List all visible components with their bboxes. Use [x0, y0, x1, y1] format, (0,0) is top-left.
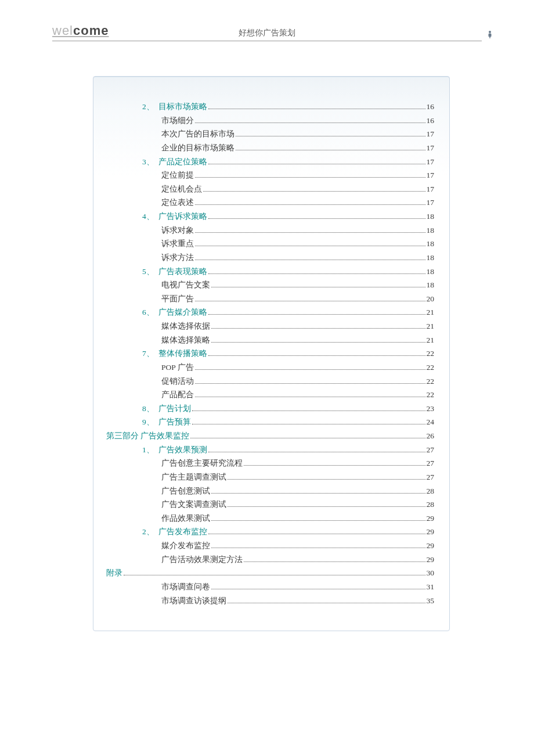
toc-number: 4、 [142, 210, 158, 224]
toc-entry: 企业的目标市场策略17 [106, 141, 436, 155]
toc-leader-dots [195, 232, 425, 233]
toc-entry: 产品配合22 [106, 388, 436, 402]
toc-leader-dots [211, 520, 425, 521]
toc-leader-dots [203, 191, 425, 192]
toc-label: 产品配合 [161, 388, 194, 402]
toc-label: 电视广告文案 [161, 278, 210, 292]
toc-entry[interactable]: 2、广告发布监控29 [106, 525, 436, 539]
toc-label: 广告预算 [158, 415, 191, 429]
toc-page-number: 31 [427, 580, 437, 594]
toc-leader-dots [195, 260, 425, 260]
toc-label: 广告文案调查测试 [161, 498, 226, 512]
toc-entry: 广告主题调查测试27 [106, 470, 436, 484]
toc-label: 市场调查访谈提纲 [161, 594, 226, 608]
toc-page-number: 20 [427, 292, 437, 306]
toc-entry[interactable]: 3、产品定位策略17 [106, 155, 436, 169]
toc-number: 9、 [142, 415, 158, 429]
toc-number: 1、 [142, 443, 158, 457]
toc-entry[interactable]: 4、广告诉求策略18 [106, 210, 436, 224]
toc-entry: 促销活动22 [106, 375, 436, 388]
svg-rect-2 [489, 37, 490, 38]
toc-page-number: 21 [427, 305, 437, 319]
toc-label: 媒介发布监控 [161, 539, 210, 553]
toc-page-number: 17 [427, 182, 437, 196]
toc-entry: 广告创意主要研究流程27 [106, 456, 436, 470]
toc-page-number: 17 [427, 127, 437, 141]
toc-label: 广告主题调查测试 [161, 470, 226, 484]
toc-page-number: 18 [427, 278, 437, 292]
toc-page-number: 18 [427, 265, 437, 279]
toc-label: 市场细分 [161, 114, 194, 128]
toc-page-number: 18 [427, 210, 437, 224]
logo-prefix: wel [52, 23, 73, 38]
toc-entry: 诉求方法18 [106, 251, 436, 265]
toc-label: 平面广告 [161, 292, 194, 306]
toc-entry[interactable]: 5、广告表现策略18 [106, 265, 436, 279]
toc-page-number: 35 [427, 594, 437, 608]
toc-number: 8、 [142, 402, 158, 416]
toc-page-number: 29 [427, 553, 437, 567]
toc-entry[interactable]: 6、广告媒介策略21 [106, 305, 436, 319]
toc-leader-dots [195, 301, 425, 301]
toc-leader-dots [208, 164, 425, 164]
toc-page-number: 17 [427, 168, 437, 182]
toc-number: 3、 [142, 155, 158, 169]
toc-page-number: 16 [427, 100, 437, 114]
logo: welcome [52, 23, 109, 38]
toc-page-number: 17 [427, 196, 437, 210]
toc-leader-dots [211, 493, 425, 494]
toc-leader-dots [228, 603, 425, 603]
toc-label: 市场调查问卷 [161, 580, 210, 594]
toc-entry[interactable]: 2、目标市场策略16 [106, 100, 436, 114]
toc-page-number: 30 [427, 566, 437, 580]
toc-entry: 本次广告的目标市场17 [106, 127, 436, 141]
toc-label: 广告效果预测 [158, 443, 207, 457]
toc-page-number: 24 [427, 415, 437, 429]
toc-leader-dots [208, 355, 425, 356]
toc-page-number: 18 [427, 251, 437, 265]
toc-number: 5、 [142, 265, 158, 279]
toc-page-number: 16 [427, 114, 437, 128]
toc-label: 整体传播策略 [158, 347, 207, 361]
toc-leader-dots [236, 136, 425, 136]
toc-leader-dots [195, 204, 425, 205]
toc-entry: 媒体选择依据21 [106, 319, 436, 333]
toc-entry: POP 广告22 [106, 361, 436, 375]
toc-label: POP 广告 [161, 361, 194, 375]
toc-entry[interactable]: 1、广告效果预测27 [106, 443, 436, 457]
toc-leader-dots [208, 273, 425, 274]
toc-page-number: 22 [427, 347, 437, 361]
toc-label: 定位前提 [161, 168, 194, 182]
toc-label: 诉求对象 [161, 224, 194, 237]
toc-page-number: 28 [427, 484, 437, 498]
toc-label: 企业的目标市场策略 [161, 141, 234, 155]
toc-label: 广告创意测试 [161, 484, 210, 498]
toc-label: 产品定位策略 [158, 155, 207, 169]
toc-page-number: 23 [427, 402, 437, 416]
toc-label: 诉求方法 [161, 251, 194, 265]
toc-page-number: 18 [427, 224, 437, 237]
toc-page-number: 17 [427, 141, 437, 155]
toc-label: 媒体选择策略 [161, 333, 210, 347]
toc-entry[interactable]: 第三部分 广告效果监控26 [106, 429, 436, 443]
toc-entry: 定位表述17 [106, 196, 436, 210]
toc-entry: 市场调查问卷31 [106, 580, 436, 594]
toc-entry: 平面广告20 [106, 292, 436, 306]
toc-label: 促销活动 [161, 375, 194, 388]
toc-entry: 媒体选择策略21 [106, 333, 436, 347]
toc-entry: 电视广告文案18 [106, 278, 436, 292]
toc-entry[interactable]: 9、广告预算24 [106, 415, 436, 429]
toc-leader-dots [211, 589, 425, 589]
toc-entry: 诉求对象18 [106, 224, 436, 237]
toc-number: 7、 [142, 347, 158, 361]
toc-leader-dots [190, 438, 425, 438]
document-title: 好想你广告策划 [239, 28, 295, 38]
toc-page-number: 21 [427, 319, 437, 333]
toc-entry[interactable]: 8、广告计划23 [106, 402, 436, 416]
toc-entry: 广告创意测试28 [106, 484, 436, 498]
toc-entry[interactable]: 附录30 [106, 566, 436, 580]
page-header: welcome 好想你广告策划 [52, 0, 482, 41]
toc-number: 6、 [142, 305, 158, 319]
toc-entry[interactable]: 7、整体传播策略22 [106, 347, 436, 361]
toc-leader-dots [208, 452, 425, 452]
